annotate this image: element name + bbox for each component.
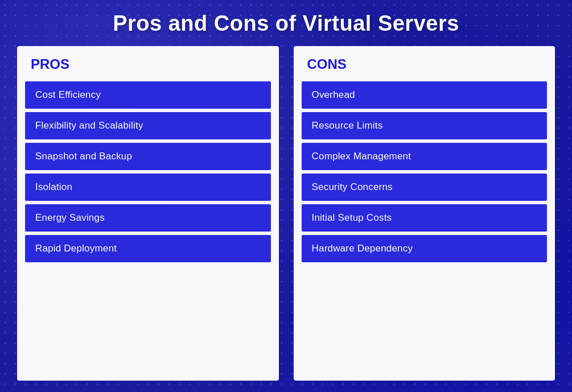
list-item: Cost Efficiency: [25, 81, 271, 109]
pros-items-list: Cost Efficiency Flexibility and Scalabil…: [17, 81, 279, 381]
list-item: Overhead: [302, 81, 548, 109]
list-item: Flexibility and Scalability: [25, 112, 271, 139]
columns-container: PROS Cost Efficiency Flexibility and Sca…: [17, 46, 555, 381]
list-item: Snapshot and Backup: [25, 143, 271, 170]
page-background: Pros and Cons of Virtual Servers PROS Co…: [0, 0, 572, 392]
list-item: Initial Setup Costs: [302, 204, 548, 232]
page-title: Pros and Cons of Virtual Servers: [113, 11, 459, 36]
list-item: Rapid Deployment: [25, 235, 271, 262]
cons-header: CONS: [294, 46, 555, 81]
pros-column: PROS Cost Efficiency Flexibility and Sca…: [17, 46, 279, 381]
list-item: Resource Limits: [302, 112, 548, 139]
list-item: Energy Savings: [25, 204, 271, 232]
list-item: Security Concerns: [302, 174, 548, 201]
cons-items-list: Overhead Resource Limits Complex Managem…: [294, 81, 555, 381]
list-item: Hardware Dependency: [302, 235, 548, 262]
cons-column: CONS Overhead Resource Limits Complex Ma…: [294, 46, 555, 381]
list-item: Isolation: [25, 174, 271, 201]
list-item: Complex Management: [302, 143, 548, 170]
pros-header: PROS: [17, 46, 279, 81]
